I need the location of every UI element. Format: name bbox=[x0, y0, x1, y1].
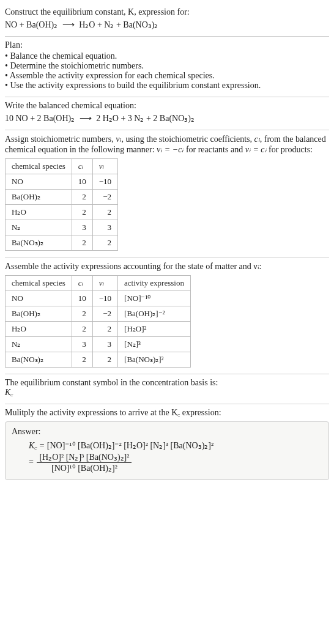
cell-ci: 2 bbox=[72, 190, 92, 205]
stoich-table: chemical species cᵢ νᵢ NO 10 −10 Ba(OH)₂… bbox=[5, 158, 118, 251]
table-row: Ba(NO₃)₂ 2 2 bbox=[6, 235, 118, 251]
reaction-arrow-icon: ⟶ bbox=[80, 113, 92, 124]
problem-statement: Construct the equilibrium constant, K, e… bbox=[5, 4, 329, 36]
cell-species: N₂ bbox=[6, 220, 72, 235]
table-row: H₂O 2 2 [H₂O]² bbox=[6, 322, 191, 337]
stoich-intro-text: , using the stoichiometric coefficients, bbox=[121, 135, 254, 144]
balanced-lhs: 10 NO + 2 Ba(OH)₂ bbox=[5, 114, 75, 123]
vi-header: νᵢ bbox=[99, 161, 104, 171]
cell-species: NO bbox=[6, 291, 72, 306]
cell-ci: 10 bbox=[72, 174, 92, 190]
table-row: NO 10 −10 [NO]⁻¹⁰ bbox=[6, 291, 191, 306]
balanced-rhs: 2 H₂O + 3 N₂ + 2 Ba(NO₃)₂ bbox=[96, 114, 195, 123]
table-row: Ba(OH)₂ 2 −2 [Ba(OH)₂]⁻² bbox=[6, 306, 191, 322]
plan-section: Plan: Balance the chemical equation. Det… bbox=[5, 37, 329, 97]
col-ci: cᵢ bbox=[72, 159, 92, 174]
multiply-section: Mulitply the activity expressions to arr… bbox=[5, 404, 329, 486]
cell-species: H₂O bbox=[6, 322, 72, 337]
cell-ci: 3 bbox=[72, 220, 92, 235]
cell-species: Ba(NO₃)₂ bbox=[6, 352, 72, 368]
kc-symbol-section: The equilibrium constant symbol in the c… bbox=[5, 374, 329, 404]
cell-expr: [H₂O]² bbox=[118, 322, 191, 337]
cell-ci: 2 bbox=[72, 306, 92, 322]
cell-vi: −2 bbox=[92, 190, 117, 205]
table-row: N₂ 3 3 [N₂]³ bbox=[6, 337, 191, 352]
unbalanced-equation: NO + Ba(OH)₂ ⟶ H₂O + N₂ + Ba(NO₃)₂ bbox=[5, 20, 329, 30]
balanced-equation: 10 NO + 2 Ba(OH)₂ ⟶ 2 H₂O + 3 N₂ + 2 Ba(… bbox=[5, 113, 329, 124]
plan-item: Balance the chemical equation. bbox=[5, 51, 329, 61]
stoich-eq2: νᵢ = cᵢ bbox=[245, 145, 267, 154]
cell-ci: 2 bbox=[72, 205, 92, 220]
vi-header: νᵢ bbox=[99, 278, 104, 287]
table-row: Ba(OH)₂ 2 −2 bbox=[6, 190, 118, 205]
activity-section: Assemble the activity expressions accoun… bbox=[5, 257, 329, 374]
kc-symbol-line: The equilibrium constant symbol in the c… bbox=[5, 378, 329, 388]
cell-species: Ba(NO₃)₂ bbox=[6, 235, 72, 251]
col-vi: νᵢ bbox=[92, 276, 117, 291]
plan-title: Plan: bbox=[5, 40, 329, 50]
cell-expr: [Ba(NO₃)₂]² bbox=[118, 352, 191, 368]
cell-vi: 2 bbox=[92, 352, 117, 368]
kc-frac-line: = [H₂O]² [N₂]³ [Ba(NO₃)₂]² [NO]¹⁰ [Ba(OH… bbox=[29, 452, 322, 473]
kc-flat-line: K꜀ = [NO]⁻¹⁰ [Ba(OH)₂]⁻² [H₂O]² [N₂]³ [B… bbox=[29, 440, 322, 451]
balanced-title: Write the balanced chemical equation: bbox=[5, 101, 329, 111]
table-header-row: chemical species cᵢ νᵢ activity expressi… bbox=[6, 276, 191, 291]
cell-species: H₂O bbox=[6, 205, 72, 220]
col-vi: νᵢ bbox=[92, 159, 117, 174]
cell-vi: 2 bbox=[92, 235, 117, 251]
stoich-intro-text: for reactants and bbox=[184, 145, 245, 154]
cell-ci: 2 bbox=[72, 322, 92, 337]
stoich-section: Assign stoichiometric numbers, νᵢ, using… bbox=[5, 130, 329, 257]
cell-ci: 2 bbox=[72, 235, 92, 251]
construct-line: Construct the equilibrium constant, K, e… bbox=[5, 7, 329, 17]
cell-expr: [NO]⁻¹⁰ bbox=[118, 291, 191, 306]
plan-item: Use the activity expressions to build th… bbox=[5, 81, 329, 91]
cell-ci: 3 bbox=[72, 337, 92, 352]
cell-expr: [N₂]³ bbox=[118, 337, 191, 352]
col-species: chemical species bbox=[6, 276, 72, 291]
equals-sign: = bbox=[29, 457, 35, 467]
multiply-line: Mulitply the activity expressions to arr… bbox=[5, 408, 329, 418]
reaction-rhs: H₂O + N₂ + Ba(NO₃)₂ bbox=[79, 20, 158, 29]
cell-species: NO bbox=[6, 174, 72, 190]
cell-vi: 3 bbox=[92, 220, 117, 235]
table-header-row: chemical species cᵢ νᵢ bbox=[6, 159, 118, 174]
ci-header: cᵢ bbox=[78, 161, 83, 171]
cell-vi: −10 bbox=[92, 174, 117, 190]
reaction-lhs: NO + Ba(OH)₂ bbox=[5, 20, 58, 29]
activity-intro: Assemble the activity expressions accoun… bbox=[5, 261, 329, 272]
plan-list: Balance the chemical equation. Determine… bbox=[5, 51, 329, 91]
fraction-numerator: [H₂O]² [N₂]³ [Ba(NO₃)₂]² bbox=[37, 452, 132, 463]
col-ci: cᵢ bbox=[72, 276, 92, 291]
balanced-section: Write the balanced chemical equation: 10… bbox=[5, 97, 329, 130]
table-row: Ba(NO₃)₂ 2 2 [Ba(NO₃)₂]² bbox=[6, 352, 191, 368]
cell-species: Ba(OH)₂ bbox=[6, 306, 72, 322]
table-row: NO 10 −10 bbox=[6, 174, 118, 190]
cell-vi: 2 bbox=[92, 205, 117, 220]
cell-expr: [Ba(OH)₂]⁻² bbox=[118, 306, 191, 322]
stoich-intro: Assign stoichiometric numbers, νᵢ, using… bbox=[5, 134, 329, 155]
fraction-denominator: [NO]¹⁰ [Ba(OH)₂]² bbox=[37, 463, 132, 473]
cell-species: Ba(OH)₂ bbox=[6, 190, 72, 205]
cell-species: N₂ bbox=[6, 337, 72, 352]
answer-equation: K꜀ = [NO]⁻¹⁰ [Ba(OH)₂]⁻² [H₂O]² [N₂]³ [B… bbox=[12, 440, 322, 473]
stoich-eq1: νᵢ = −cᵢ bbox=[157, 145, 184, 154]
cell-vi: 2 bbox=[92, 322, 117, 337]
construct-text: Construct the equilibrium constant, K, e… bbox=[5, 7, 190, 17]
activity-table: chemical species cᵢ νᵢ activity expressi… bbox=[5, 275, 191, 368]
stoich-intro-text: for products: bbox=[267, 145, 313, 154]
kc-fraction: [H₂O]² [N₂]³ [Ba(NO₃)₂]² [NO]¹⁰ [Ba(OH)₂… bbox=[37, 452, 132, 473]
cell-ci: 10 bbox=[72, 291, 92, 306]
answer-label: Answer: bbox=[12, 427, 322, 437]
reaction-arrow-icon: ⟶ bbox=[62, 20, 75, 30]
c-i-symbol: cᵢ bbox=[254, 135, 260, 144]
kc-flat-expr: [NO]⁻¹⁰ [Ba(OH)₂]⁻² [H₂O]² [N₂]³ [Ba(NO₃… bbox=[47, 441, 213, 450]
cell-ci: 2 bbox=[72, 352, 92, 368]
answer-box: Answer: K꜀ = [NO]⁻¹⁰ [Ba(OH)₂]⁻² [H₂O]² … bbox=[5, 421, 329, 480]
ci-header: cᵢ bbox=[78, 278, 83, 287]
col-species: chemical species bbox=[6, 159, 72, 174]
cell-vi: 3 bbox=[92, 337, 117, 352]
cell-vi: −10 bbox=[92, 291, 117, 306]
plan-item: Determine the stoichiometric numbers. bbox=[5, 61, 329, 71]
plan-item: Assemble the activity expression for eac… bbox=[5, 71, 329, 81]
